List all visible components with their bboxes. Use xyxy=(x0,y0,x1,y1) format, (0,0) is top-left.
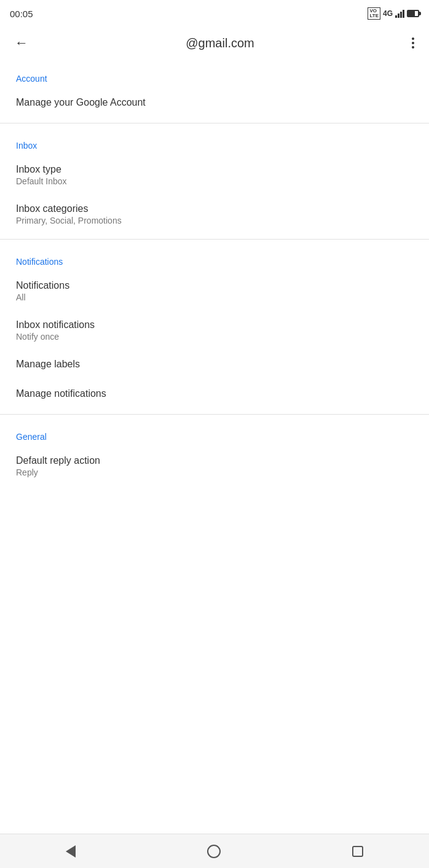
status-time: 00:05 xyxy=(10,9,33,19)
notifications-subtitle: All xyxy=(16,292,413,302)
default-reply-action-title: Default reply action xyxy=(16,455,413,466)
nav-recents-icon xyxy=(352,846,363,857)
notifications-section: Notifications Notifications All Inbox no… xyxy=(0,244,429,415)
general-section: General Default reply action Reply xyxy=(0,420,429,486)
manage-labels-item[interactable]: Manage labels xyxy=(0,350,429,380)
signal-icon xyxy=(395,9,404,18)
inbox-categories-item[interactable]: Inbox categories Primary, Social, Promot… xyxy=(0,195,429,234)
nav-back-button[interactable] xyxy=(51,838,90,865)
inbox-section-header: Inbox xyxy=(0,128,429,155)
manage-notifications-item[interactable]: Manage notifications xyxy=(0,380,429,409)
notifications-item[interactable]: Notifications All xyxy=(0,272,429,311)
app-bar-title: @gmail.com xyxy=(33,36,407,50)
default-reply-action-subtitle: Reply xyxy=(16,467,413,477)
default-reply-action-item[interactable]: Default reply action Reply xyxy=(0,447,429,486)
account-section: Account Manage your Google Account xyxy=(0,61,429,123)
manage-google-account-item[interactable]: Manage your Google Account xyxy=(0,88,429,118)
nav-home-icon xyxy=(207,845,221,858)
inbox-notifications-subtitle: Notify once xyxy=(16,332,413,342)
status-bar: 00:05 VOLTE 4G xyxy=(0,0,429,25)
status-icons: VOLTE 4G xyxy=(368,7,419,20)
account-section-divider xyxy=(0,123,429,123)
inbox-type-title: Inbox type xyxy=(16,164,413,175)
nav-recents-button[interactable] xyxy=(337,839,378,864)
inbox-notifications-item[interactable]: Inbox notifications Notify once xyxy=(0,311,429,350)
general-section-header: General xyxy=(0,420,429,447)
notifications-section-divider xyxy=(0,414,429,415)
back-button[interactable]: ← xyxy=(10,30,33,56)
inbox-section: Inbox Inbox type Default Inbox Inbox cat… xyxy=(0,128,429,240)
nav-back-icon xyxy=(66,845,76,858)
notifications-section-header: Notifications xyxy=(0,244,429,272)
network-icon: 4G xyxy=(383,9,393,18)
nav-bar xyxy=(0,834,429,868)
settings-content: Account Manage your Google Account Inbox… xyxy=(0,61,429,834)
volte-icon: VOLTE xyxy=(368,7,380,20)
manage-google-account-title: Manage your Google Account xyxy=(16,97,413,108)
battery-icon xyxy=(407,10,419,17)
inbox-type-subtitle: Default Inbox xyxy=(16,176,413,186)
overflow-menu-button[interactable] xyxy=(407,33,419,53)
nav-home-button[interactable] xyxy=(192,837,235,866)
account-section-header: Account xyxy=(0,61,429,88)
manage-labels-title: Manage labels xyxy=(16,359,413,370)
inbox-section-divider xyxy=(0,239,429,240)
inbox-notifications-title: Inbox notifications xyxy=(16,319,413,330)
app-bar: ← @gmail.com xyxy=(0,25,429,61)
manage-notifications-title: Manage notifications xyxy=(16,388,413,399)
inbox-categories-subtitle: Primary, Social, Promotions xyxy=(16,216,413,225)
notifications-title: Notifications xyxy=(16,280,413,291)
inbox-categories-title: Inbox categories xyxy=(16,203,413,214)
inbox-type-item[interactable]: Inbox type Default Inbox xyxy=(0,155,429,195)
